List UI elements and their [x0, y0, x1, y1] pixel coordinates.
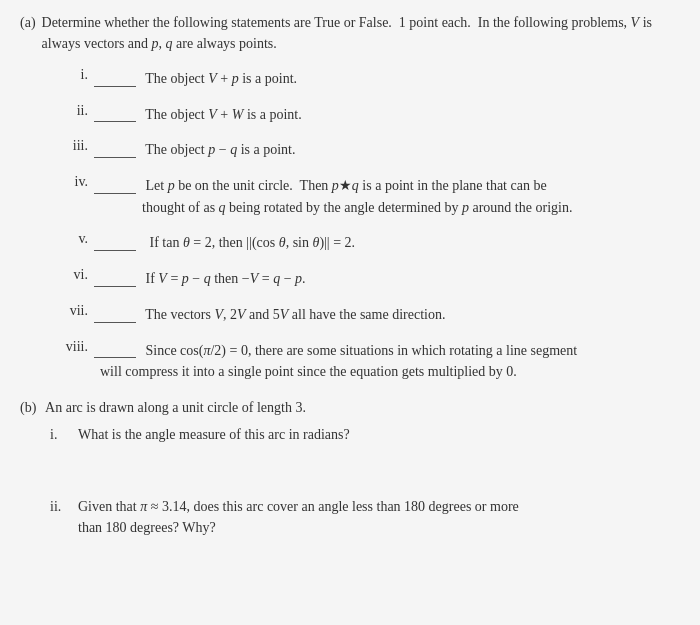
- part-a-header: (a) Determine whether the following stat…: [20, 12, 680, 54]
- items-list: i. The object V + p is a point. ii. The …: [20, 64, 680, 383]
- sub-item-bi: i. What is the angle measure of this arc…: [50, 424, 680, 446]
- blank-iii: [94, 135, 136, 158]
- part-b: (b) An arc is drawn along a unit circle …: [20, 397, 680, 539]
- list-item: vi. If V = p − q then −V = q − p.: [50, 264, 680, 290]
- list-item: iv. Let p be on the unit circle. Then p★…: [50, 171, 680, 218]
- list-item: vii. The vectors V, 2V and 5V all have t…: [50, 300, 680, 326]
- page: (a) Determine whether the following stat…: [0, 0, 700, 625]
- list-item: i. The object V + p is a point.: [50, 64, 680, 90]
- item-label-i: i.: [50, 64, 88, 85]
- sub-item-content-bi: What is the angle measure of this arc in…: [78, 424, 680, 446]
- item-label-vi: vi.: [50, 264, 88, 285]
- part-a: (a) Determine whether the following stat…: [20, 12, 680, 383]
- item-content-ii: The object V + W is a point.: [94, 100, 680, 126]
- item-content-iii: The object p − q is a point.: [94, 135, 680, 161]
- sub-item-label-bi: i.: [50, 424, 72, 445]
- list-item: v. If tan θ = 2, then ||(cos θ, sin θ)||…: [50, 228, 680, 254]
- sub-item-label-bii: ii.: [50, 496, 72, 517]
- blank-iv: [94, 171, 136, 194]
- part-a-intro: Determine whether the following statemen…: [42, 12, 680, 54]
- blank-viii: [94, 336, 136, 359]
- item-label-iii: iii.: [50, 135, 88, 156]
- item-label-ii: ii.: [50, 100, 88, 121]
- item-label-v: v.: [50, 228, 88, 249]
- blank-vii: [94, 300, 136, 323]
- blank-i: [94, 64, 136, 87]
- blank-ii: [94, 100, 136, 123]
- list-item: iii. The object p − q is a point.: [50, 135, 680, 161]
- sub-items: i. What is the angle measure of this arc…: [20, 424, 680, 539]
- list-item: ii. The object V + W is a point.: [50, 100, 680, 126]
- item-content-vi: If V = p − q then −V = q − p.: [94, 264, 680, 290]
- item-label-vii: vii.: [50, 300, 88, 321]
- item-content-iv: Let p be on the unit circle. Then p★q is…: [94, 171, 680, 218]
- item-content-i: The object V + p is a point.: [94, 64, 680, 90]
- blank-v: [94, 228, 136, 251]
- list-item: viii. Since cos(π/2) = 0, there are some…: [50, 336, 680, 383]
- item-label-viii: viii.: [50, 336, 88, 357]
- part-b-header: (b) An arc is drawn along a unit circle …: [20, 397, 680, 418]
- item-content-v: If tan θ = 2, then ||(cos θ, sin θ)|| = …: [94, 228, 680, 254]
- part-b-intro: An arc is drawn along a unit circle of l…: [45, 400, 306, 415]
- part-a-label: (a): [20, 12, 36, 33]
- item-content-viii: Since cos(π/2) = 0, there are some situa…: [94, 336, 680, 383]
- sub-item-bii: ii. Given that π ≈ 3.14, does this arc c…: [50, 496, 680, 539]
- blank-vi: [94, 264, 136, 287]
- sub-item-content-bii: Given that π ≈ 3.14, does this arc cover…: [78, 496, 680, 539]
- part-b-label: (b): [20, 400, 36, 415]
- answer-space-bi: [50, 456, 680, 496]
- item-label-iv: iv.: [50, 171, 88, 192]
- item-content-vii: The vectors V, 2V and 5V all have the sa…: [94, 300, 680, 326]
